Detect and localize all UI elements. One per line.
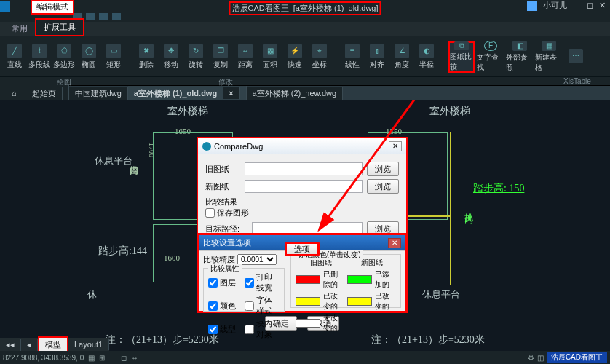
quick-access-toolbar — [0, 1, 10, 12]
undo-icon[interactable] — [86, 13, 95, 20]
tool-rotate[interactable]: ↻旋转 — [184, 41, 207, 73]
status-icon-5[interactable]: ↔ — [131, 354, 138, 362]
tool-dist[interactable]: ↔距离 — [234, 41, 257, 73]
step-height-right: 踏步高: 150 — [473, 182, 524, 195]
result-label: 比较结果 — [205, 197, 399, 207]
browse-old-button[interactable]: 浏览 — [367, 162, 399, 176]
avatar[interactable] — [527, 1, 537, 11]
user-area: 小可儿 — ◻ ✕ — [527, 0, 606, 11]
chk-ltype[interactable]: 线型 — [208, 318, 243, 340]
note-right: 注：（21+13）步=5230米 — [371, 333, 485, 347]
brand-badge: 浩辰CAD看图王 — [547, 352, 607, 363]
lbl-added: 已添加的 — [375, 269, 396, 290]
tool-ellipse[interactable]: ◯椭圆 — [77, 41, 100, 73]
layout-tabs: ◂◂ ◂ 模型 Layout1 — [0, 338, 109, 351]
old-drawing-label: 旧图纸 — [205, 164, 240, 175]
chk-block[interactable]: 块内对象 — [245, 318, 280, 340]
status-bar: 8227.9088, 3438.3539, 0 ▦ ⊞ ∟ ◻ ↔ ⚙ ◫ 浩辰… — [0, 351, 610, 364]
tool-linetype[interactable]: ≡线性 — [341, 41, 364, 73]
options-close-icon[interactable]: ✕ — [388, 238, 401, 248]
status-icon-2[interactable]: ⊞ — [99, 354, 105, 362]
options-button[interactable]: 选项 — [285, 242, 320, 256]
tool-textfind[interactable]: F文字查找 — [477, 41, 504, 73]
doctab-2[interactable]: a室外楼梯 (1)_old.dwg× — [128, 86, 247, 100]
swatch-unchanged[interactable] — [296, 319, 320, 328]
tab-extension[interactable]: 扩展工具 — [35, 18, 84, 36]
doctab-3[interactable]: a室外楼梯 (2)_new.dwg — [247, 87, 344, 100]
close-tab-icon[interactable]: × — [223, 87, 239, 99]
swatch-deleted[interactable] — [296, 275, 320, 284]
swatch-changed-old[interactable] — [296, 297, 320, 306]
dialog-icon — [202, 142, 211, 151]
note-left: 注：（21+13）步=5230米 — [106, 333, 219, 347]
table-icon: ▦ — [542, 41, 556, 51]
coord-icon: ⌖ — [312, 44, 327, 58]
save-drawing-checkbox[interactable]: 保存图形 — [205, 207, 399, 218]
new-drawing-input[interactable] — [245, 180, 363, 193]
yellow-guide-2 — [408, 215, 451, 217]
tool-more[interactable]: ⋯ — [564, 41, 587, 73]
tab-layout1[interactable]: Layout1 — [68, 339, 109, 350]
minimize-icon[interactable]: — — [573, 1, 581, 10]
tool-area[interactable]: ▩面积 — [258, 41, 282, 73]
yellow-guide — [450, 132, 451, 285]
tool-copy[interactable]: ❐复制 — [209, 41, 232, 73]
chk-color[interactable]: 颜色 — [208, 295, 243, 317]
browse-new-button[interactable]: 浏览 — [367, 179, 399, 194]
tool-polyline[interactable]: ⌇多段线 — [28, 41, 51, 73]
tool-move[interactable]: ✥移动 — [159, 41, 183, 73]
new-col-header: 新图纸 — [361, 258, 383, 268]
rest-left-2: 休 — [87, 288, 97, 301]
ribbon-group-labels: 绘图 修改 XlsTable — [0, 77, 610, 86]
chk-print[interactable]: 打印线宽 — [245, 272, 280, 293]
doctab-start[interactable]: ⌂起始页 — [0, 85, 69, 102]
tab-common[interactable]: 常用 — [4, 21, 35, 36]
tool-radius[interactable]: ◐半径 — [415, 41, 438, 73]
lbl-changed-old: 已改变的 — [323, 291, 344, 312]
tool-align[interactable]: ⫿对齐 — [365, 41, 389, 73]
status-icon-4[interactable]: ◻ — [121, 354, 127, 362]
tool-polygon[interactable]: ⬠多边形 — [52, 41, 76, 73]
swatch-changed-new[interactable] — [347, 297, 372, 306]
tool-line[interactable]: ╱直线 — [3, 41, 26, 73]
tool-quick[interactable]: ⚡快速 — [283, 41, 306, 73]
tool-xref[interactable]: ◧外部参照 — [506, 41, 534, 73]
tool-compare[interactable]: ⧉图纸比较 — [448, 41, 475, 73]
compare-dialog-title[interactable]: CompareDwg ✕ — [198, 138, 406, 154]
username: 小可儿 — [543, 0, 567, 11]
precision-select[interactable]: 0.0001 — [237, 254, 277, 265]
tool-rect[interactable]: ▭矩形 — [102, 41, 125, 73]
dim-1600: 1600 — [164, 253, 180, 262]
tool-newtable[interactable]: ▦新建表格 — [535, 41, 563, 73]
line-icon: ╱ — [7, 44, 22, 58]
status-icon-r1[interactable]: ⚙ — [528, 354, 534, 362]
doctab-1[interactable]: 中国建筑dwg — [69, 87, 128, 100]
chk-layer[interactable]: 图层 — [208, 272, 243, 293]
erase-icon: ✖ — [139, 44, 154, 58]
chk-font[interactable]: 字体样式 — [245, 295, 280, 317]
rect-icon: ▭ — [106, 44, 121, 58]
layout-nav-prev[interactable]: ◂ — [21, 339, 38, 351]
print-icon[interactable] — [112, 13, 121, 20]
status-icon-3[interactable]: ∟ — [109, 354, 116, 362]
rest-right: 休息平台 — [422, 288, 460, 301]
copy-icon: ❐ — [213, 44, 228, 58]
new-drawing-label: 新图纸 — [205, 181, 240, 192]
old-drawing-input[interactable] — [245, 162, 363, 175]
radius-icon: ◐ — [419, 44, 434, 58]
close-icon[interactable]: ✕ — [599, 1, 606, 10]
status-icon-1[interactable]: ▦ — [88, 354, 95, 362]
label-stairs-right: 室外楼梯 — [429, 105, 470, 118]
align-icon: ⫿ — [370, 44, 384, 58]
status-icon-r2[interactable]: ◫ — [537, 354, 544, 362]
swatch-added[interactable] — [347, 275, 372, 284]
tool-angle[interactable]: ∠角度 — [390, 41, 413, 73]
edit-mode-menu[interactable]: 编辑模式 — [31, 0, 74, 15]
dialog-close-icon[interactable]: ✕ — [389, 141, 402, 151]
layout-nav-first[interactable]: ◂◂ — [0, 339, 21, 351]
tool-erase[interactable]: ✖删除 — [135, 41, 158, 73]
maximize-icon[interactable]: ◻ — [587, 1, 593, 10]
tool-coord[interactable]: ⌖坐标 — [308, 41, 331, 73]
redo-icon[interactable] — [99, 13, 108, 20]
document-tabs: ⌂起始页 中国建筑dwg a室外楼梯 (1)_old.dwg× a室外楼梯 (2… — [0, 86, 610, 100]
